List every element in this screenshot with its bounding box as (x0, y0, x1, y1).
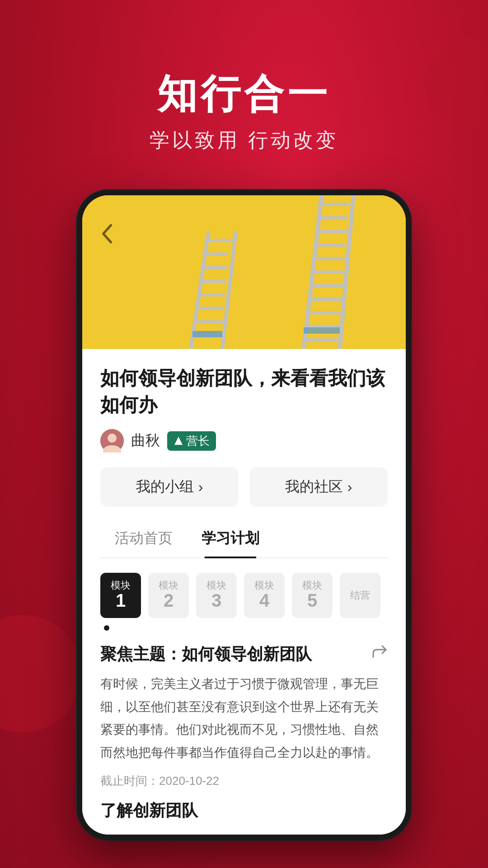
phone-mockup: 如何领导创新团队，来看看我们该如何办 曲秋 营 (77, 190, 411, 840)
content-area: 如何领导创新团队，来看看我们该如何办 曲秋 营 (82, 349, 406, 631)
deadline-text: 截止时间：2020-10-22 (100, 773, 388, 789)
focus-content: 有时候，完美主义者过于习惯于微观管理，事无巨细，以至他们甚至没有意识到这个世界上… (100, 673, 388, 764)
dot-indicator (100, 625, 388, 631)
module-end[interactable]: 结营 (340, 573, 380, 618)
nav-buttons: 我的小组 › 我的社区 › (100, 467, 388, 507)
svg-rect-24 (192, 331, 222, 337)
modules-row: 模块 1 模块 2 模块 3 模块 4 (100, 573, 388, 618)
tabs-row: 活动首页 学习计划 (100, 521, 388, 558)
author-row: 曲秋 营长 (100, 429, 388, 453)
author-name: 曲秋 (131, 431, 160, 451)
main-title: 知行合一 (0, 72, 488, 116)
my-group-label: 我的小组 (136, 477, 194, 497)
svg-rect-0 (82, 195, 406, 349)
focus-header: 聚焦主题：如何领导创新团队 (100, 643, 388, 665)
chevron-icon-community: › (347, 479, 352, 495)
article-title: 如何领导创新团队，来看看我们该如何办 (100, 365, 388, 419)
my-community-button[interactable]: 我的社区 › (249, 467, 388, 507)
svg-rect-25 (304, 327, 340, 334)
module-2[interactable]: 模块 2 (148, 573, 189, 618)
module-1[interactable]: 模块 1 (100, 573, 141, 618)
focus-section: 聚焦主题：如何领导创新团队 有时候，完美主义者过于习惯于微观管理，事无巨细，以至… (82, 643, 406, 835)
hero-image (82, 195, 406, 349)
author-avatar (100, 429, 124, 453)
tab-activity-home[interactable]: 活动首页 (100, 521, 187, 557)
learn-title: 了解创新团队 (100, 800, 388, 822)
badge-text: 营长 (186, 433, 210, 449)
chevron-icon-group: › (198, 479, 203, 495)
focus-title: 聚焦主题：如何领导创新团队 (100, 643, 312, 665)
tab-study-plan[interactable]: 学习计划 (187, 521, 274, 557)
svg-marker-28 (174, 437, 183, 445)
my-community-label: 我的社区 (285, 477, 343, 497)
svg-point-27 (108, 434, 117, 443)
author-badge: 营长 (167, 431, 216, 451)
header-section: 知行合一 学以致用 行动改变 (0, 0, 488, 181)
module-5[interactable]: 模块 5 (292, 573, 333, 618)
active-dot (104, 625, 109, 631)
phone-screen: 如何领导创新团队，来看看我们该如何办 曲秋 营 (82, 195, 406, 835)
my-group-button[interactable]: 我的小组 › (100, 467, 239, 507)
module-4[interactable]: 模块 4 (244, 573, 285, 618)
phone-wrapper: 如何领导创新团队，来看看我们该如何办 曲秋 营 (0, 190, 488, 840)
back-button[interactable] (96, 222, 118, 245)
sub-title: 学以致用 行动改变 (0, 127, 488, 154)
module-3[interactable]: 模块 3 (196, 573, 237, 618)
share-icon[interactable] (371, 644, 388, 665)
